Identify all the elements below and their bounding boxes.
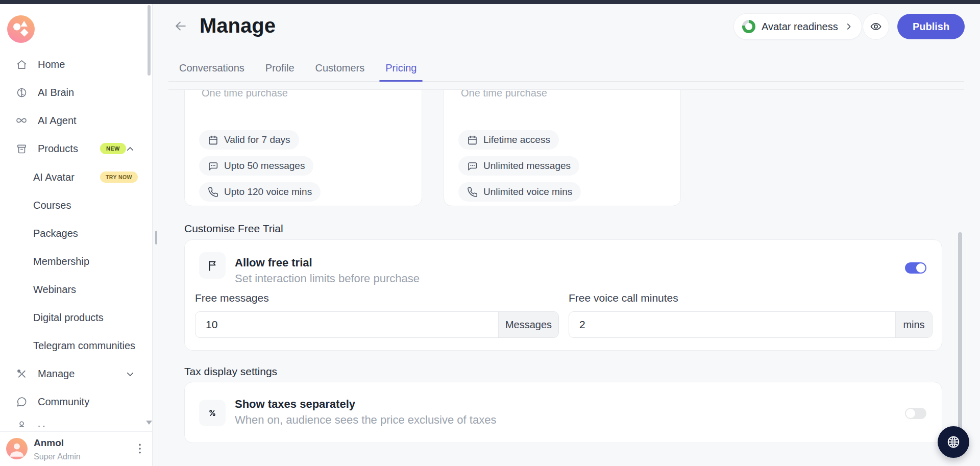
plan-feature-text: Valid for 7 days [224, 134, 290, 145]
plan-feature-text: Unlimited voice mins [483, 186, 572, 198]
tax-section-title: Tax display settings [184, 365, 277, 378]
plan-card[interactable]: One time purchase Lifetime access Unlimi… [444, 89, 681, 206]
tab-profile[interactable]: Profile [255, 55, 305, 81]
phone-icon [208, 187, 218, 198]
user-role: Super Admin [34, 452, 81, 461]
flag-icon [199, 252, 226, 279]
plan-feature-text: Upto 50 messages [224, 160, 305, 171]
clipped-nav-item-label: U [38, 424, 45, 427]
sidebar-item-label: Membership [33, 256, 89, 267]
plan-type-label: One time purchase [202, 89, 288, 99]
sidebar-item-home[interactable]: Home [0, 57, 147, 72]
sidebar-item-community[interactable]: Community [0, 394, 147, 409]
sidebar-scroll-viewport[interactable]: Home AI Brain AI Agent Products NEW [0, 4, 147, 427]
sidebar-item-label: AI Avatar [33, 171, 75, 183]
back-arrow-icon[interactable] [174, 19, 188, 33]
home-icon [15, 58, 28, 70]
readiness-label: Avatar readiness [762, 21, 838, 33]
new-badge: NEW [100, 143, 126, 154]
kebab-menu-icon[interactable] [135, 441, 145, 456]
sidebar-item-label: Community [38, 396, 89, 408]
plan-card[interactable]: One time purchase Valid for 7 days Upto … [184, 89, 422, 206]
plan-feature-text: Lifetime access [483, 134, 550, 145]
calendar-icon [208, 135, 218, 145]
plan-feature-chip: Lifetime access [458, 130, 559, 150]
pricing-scroll-area[interactable]: One time purchase Valid for 7 days Upto … [168, 89, 964, 466]
app-screen: Home AI Brain AI Agent Products NEW [0, 0, 980, 466]
sidebar-item-membership[interactable]: Membership [0, 254, 147, 269]
globe-fab-button[interactable] [938, 426, 969, 458]
readiness-progress-ring-icon [742, 20, 755, 33]
plan-feature-chip: Upto 120 voice mins [199, 182, 321, 202]
main-content: Manage Avatar readiness Publish Conversa… [153, 4, 980, 466]
sidebar-item-manage[interactable]: Manage [0, 366, 147, 381]
free-messages-input[interactable] [195, 312, 498, 337]
sidebar-item-label: Telegram communities [33, 340, 135, 352]
message-icon [208, 161, 218, 171]
sidebar-user-footer: Anmol Super Admin [0, 431, 152, 466]
sidebar-item-label: Courses [33, 200, 71, 211]
tab-customers[interactable]: Customers [305, 55, 375, 81]
free-trial-toggle[interactable] [905, 262, 926, 274]
avatar[interactable] [6, 438, 28, 459]
toggle-knob [906, 409, 915, 418]
show-taxes-toggle[interactable] [905, 408, 926, 419]
chat-icon [15, 396, 28, 408]
main-scrollbar-thumb[interactable] [958, 232, 962, 442]
messages-suffix: Messages [498, 312, 558, 337]
tab-pricing[interactable]: Pricing [375, 55, 427, 81]
sidebar-item-label: AI Agent [38, 115, 77, 127]
publish-button[interactable]: Publish [897, 14, 965, 39]
plan-feature-chip: Unlimited voice mins [458, 182, 581, 202]
sidebar-item-ai-agent[interactable]: AI Agent [0, 113, 147, 128]
toggle-knob [916, 263, 925, 273]
percent-icon [199, 400, 226, 426]
allow-free-trial-subtitle: Set interaction limits before purchase [235, 272, 420, 285]
window-top-bar [0, 0, 980, 4]
brand-logo-icon[interactable] [7, 15, 35, 43]
sidebar-item-ai-brain[interactable]: AI Brain [0, 85, 147, 100]
tools-icon [15, 367, 28, 380]
chevron-down-icon[interactable] [126, 370, 135, 379]
tax-settings-card: Show taxes separately When on, audience … [184, 382, 942, 443]
sidebar-scrollbar-down-arrow-icon[interactable] [146, 421, 152, 425]
avatar-readiness-button[interactable]: Avatar readiness [733, 13, 862, 40]
globe-icon [946, 434, 961, 450]
sidebar-item-products[interactable]: Products NEW [0, 141, 147, 156]
sidebar-item-digital-products[interactable]: Digital products [0, 310, 147, 325]
sidebar-item-label: Packages [33, 228, 78, 239]
free-voice-minutes-label: Free voice call minutes [569, 292, 678, 304]
sidebar-item-courses[interactable]: Courses [0, 198, 147, 213]
tab-bar: Conversations Profile Customers Pricing [168, 55, 964, 82]
page-title: Manage [200, 13, 276, 38]
sidebar-item-label: Products [38, 143, 78, 155]
show-taxes-title: Show taxes separately [235, 398, 355, 411]
sidebar-scrollbar-thumb[interactable] [148, 5, 151, 76]
sidebar-item-webinars[interactable]: Webinars [0, 282, 147, 297]
tab-conversations[interactable]: Conversations [169, 55, 255, 81]
sidebar-item-label: AI Brain [38, 87, 74, 99]
chevron-up-icon[interactable] [126, 144, 135, 154]
show-taxes-subtitle: When on, audience sees the price exclusi… [235, 413, 496, 427]
sidebar-item-ai-avatar[interactable]: AI Avatar TRY NOW [0, 169, 147, 185]
plan-type-label: One time purchase [461, 89, 547, 99]
clipped-nav-item[interactable]: U [0, 418, 147, 427]
mins-suffix: mins [895, 312, 932, 337]
person-icon [15, 419, 28, 427]
free-voice-minutes-input[interactable] [569, 312, 895, 337]
sidebar-item-label: Home [38, 59, 65, 70]
preview-eye-button[interactable] [863, 13, 889, 40]
sidebar-item-packages[interactable]: Packages [0, 226, 147, 241]
allow-free-trial-title: Allow free trial [235, 256, 312, 269]
free-messages-input-group: Messages [195, 311, 559, 338]
message-icon [467, 161, 478, 171]
phone-icon [467, 187, 478, 198]
eye-icon [870, 20, 882, 33]
try-now-badge: TRY NOW [100, 171, 138, 183]
sidebar-item-telegram-communities[interactable]: Telegram communities [0, 338, 147, 353]
free-trial-section-title: Customise Free Trial [184, 223, 283, 235]
infinity-icon [15, 114, 28, 127]
sidebar: Home AI Brain AI Agent Products NEW [0, 4, 153, 466]
sidebar-item-label: Manage [38, 368, 75, 380]
chevron-right-icon [844, 22, 853, 31]
